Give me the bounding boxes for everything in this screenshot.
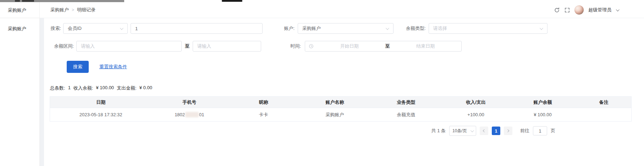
income-value: ¥ 100.00 [96,85,114,91]
user-name[interactable]: 超级管理员 [588,7,611,13]
breadcrumb-separator: > [72,7,74,12]
search-type-select[interactable]: 会员ID [63,23,128,34]
goto-label: 前往 [520,128,529,134]
col-date: 日期 [50,97,152,108]
col-nickname: 昵称 [227,97,300,108]
balance-range-label: 余额区间: [44,43,74,49]
goto-page-input[interactable] [533,126,547,135]
main-area: 采购账户 > 明细记录 超级管理员 [40,2,644,166]
topbar-right: 超级管理员 [554,5,618,15]
table-header-row: 日期 手机号 昵称 账户名称 业务类型 收入/支出 账户余额 备注 [50,97,632,108]
total-count-label: 总条数: [50,85,65,91]
search-label: 搜索: [44,25,61,32]
page-unit-label: 页 [551,128,555,134]
account-select-value: 采购账户 [298,25,386,32]
col-phone: 手机号 [152,97,227,108]
table-row: 2023-05-18 17:32:32 180201 卡卡 采购账户 余额充值 … [50,108,632,122]
account-select[interactable]: 采购账户 [298,23,393,34]
col-remark: 备注 [576,97,632,108]
breadcrumb-item-detail: 明细记录 [77,7,95,13]
chevron-left-icon [483,129,486,132]
sidebar-header: 采购账户 [0,2,39,18]
range-max-placeholder: 请输入 [193,43,261,49]
search-input-value: 1 [131,26,262,31]
search-button[interactable]: 搜索 [67,61,89,73]
expense-label: 支出金额: [117,85,137,91]
chevron-down-icon [386,26,389,30]
cell-remark [576,108,632,122]
action-row: 搜索 重置搜索条件 [44,61,644,73]
range-min-input[interactable]: 请输入 [76,41,182,52]
filter-row-2: 余额区间: 请输入 至 请输入 时间: [44,41,644,52]
next-page-button[interactable] [504,127,512,135]
page-size-value: 10条/页 [450,128,470,134]
col-business-type: 业务类型 [370,97,442,108]
cell-phone: 180201 [152,108,227,122]
refresh-icon[interactable] [554,7,560,13]
breadcrumb: 采购账户 > 明细记录 [50,7,95,13]
income-label: 收入余额: [73,85,93,91]
cell-account-name: 采购账户 [300,108,370,122]
col-balance: 账户余额 [509,97,576,108]
search-input[interactable]: 1 [131,23,263,34]
user-avatar[interactable] [574,5,584,15]
cell-balance: ¥ 100.00 [509,108,576,122]
breadcrumb-item-account[interactable]: 采购账户 [50,7,69,13]
pagination: 共 1 条 10条/页 1 前往 页 [44,126,644,136]
sidebar-item-purchase-account[interactable]: 采购账户 [0,18,39,32]
cropped-browser-chrome [0,0,644,2]
cell-nickname: 卡卡 [227,108,300,122]
range-min-placeholder: 请输入 [77,43,181,49]
chevron-right-icon [506,129,509,132]
chevron-down-icon [470,129,474,132]
reset-search-link[interactable]: 重置搜索条件 [99,64,127,70]
chevron-down-icon [540,26,543,30]
cell-business-type: 余额充值 [370,108,442,122]
date-end-placeholder[interactable]: 结束日期 [390,43,462,49]
app-window: 采购账户 采购账户 采购账户 > 明细记录 [0,2,644,166]
clock-icon [309,44,314,49]
pagination-total: 共 1 条 [431,128,446,134]
col-account-name: 账户名称 [300,97,370,108]
cell-in-out: +100.00 [442,108,509,122]
chevron-down-icon [120,26,123,30]
content-card: 搜索: 会员ID 1 账户: 采购账户 余额类型: 请选择 [44,18,644,166]
search-type-value: 会员ID [64,25,120,32]
records-table: 日期 手机号 昵称 账户名称 业务类型 收入/支出 账户余额 备注 2023-0 [50,96,632,122]
fullscreen-icon[interactable] [565,7,570,13]
balance-type-label: 余额类型: [406,25,426,32]
sidebar: 采购账户 采购账户 [0,2,40,166]
balance-type-select[interactable]: 请选择 [429,23,547,34]
balance-type-placeholder: 请选择 [429,25,540,32]
topbar: 采购账户 > 明细记录 超级管理员 [40,2,644,18]
chrome-mark [22,0,34,2]
prev-page-button[interactable] [480,127,488,135]
page-size-select[interactable]: 10条/页 [449,126,476,136]
chrome-mark [15,0,20,2]
date-separator: 至 [385,43,390,49]
range-separator: 至 [185,43,189,49]
phone-prefix: 1802 [175,112,185,117]
filter-row-1: 搜索: 会员ID 1 账户: 采购账户 余额类型: 请选择 [44,23,644,34]
summary-line: 总条数:1 收入余额:¥ 100.00 支出金额:¥ 0.00 [44,85,644,91]
content-background: 搜索: 会员ID 1 账户: 采购账户 余额类型: 请选择 [40,18,644,166]
range-max-input[interactable]: 请输入 [193,41,261,52]
chevron-down-icon[interactable] [616,8,620,11]
expense-value: ¥ 0.00 [139,85,152,91]
page-number-active[interactable]: 1 [492,127,500,135]
account-label: 账户: [282,25,295,32]
date-range-picker[interactable]: 开始日期 至 结束日期 [305,41,462,52]
col-in-out: 收入/支出 [442,97,509,108]
date-start-placeholder[interactable]: 开始日期 [314,43,385,49]
phone-masked-segment [185,112,199,117]
total-count-value: 1 [68,85,71,91]
phone-suffix: 01 [199,112,204,117]
time-label: 时间: [288,43,301,49]
cell-date: 2023-05-18 17:32:32 [50,108,152,122]
chrome-tab-fragment [222,0,242,2]
